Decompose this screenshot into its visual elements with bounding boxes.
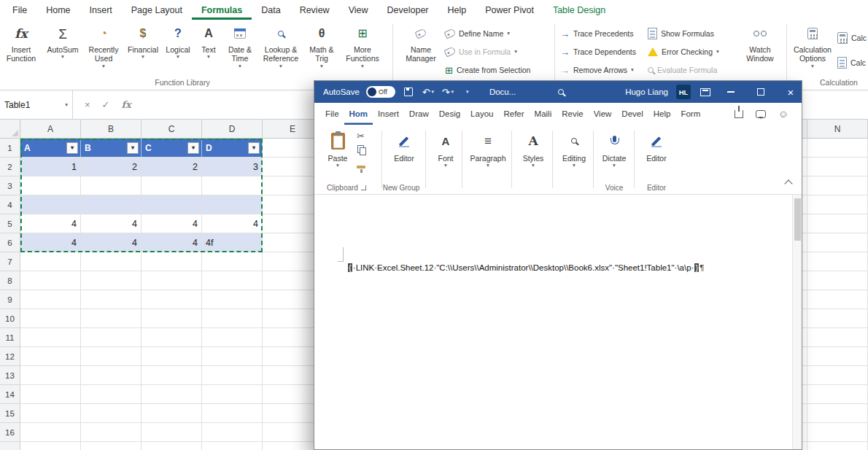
- row-header[interactable]: 14: [0, 385, 20, 404]
- word-menu-tab[interactable]: Hom: [344, 103, 373, 125]
- grid-cell[interactable]: [807, 366, 868, 385]
- comment-icon[interactable]: [756, 110, 766, 118]
- excel-menu-tab[interactable]: Developer: [378, 0, 438, 20]
- row-header[interactable]: 6: [0, 233, 20, 252]
- lookup-reference-button[interactable]: Lookup & Reference ▾: [258, 22, 303, 88]
- grid-cell[interactable]: [81, 385, 142, 404]
- column-header[interactable]: D: [202, 120, 263, 139]
- search-button[interactable]: [554, 81, 567, 103]
- avatar[interactable]: HL: [676, 85, 691, 99]
- grid-cell[interactable]: [202, 347, 263, 366]
- word-document-area[interactable]: {·LINK·Excel.Sheet.12·"C:\\Users\\Admini…: [314, 195, 802, 449]
- remove-arrows-button[interactable]: → Remove Arrows ▾: [560, 62, 634, 78]
- grid-cell[interactable]: [20, 271, 81, 290]
- grid-cell[interactable]: 4: [142, 214, 202, 233]
- grid-cell[interactable]: [807, 347, 868, 366]
- grid-cell[interactable]: [142, 176, 202, 195]
- grid-cell[interactable]: [142, 309, 202, 328]
- scrollbar-thumb[interactable]: [794, 198, 801, 241]
- grid-cell[interactable]: 1: [20, 158, 81, 176]
- grid-cell[interactable]: [807, 252, 868, 271]
- grid-cell[interactable]: [202, 252, 263, 271]
- row-header[interactable]: 15: [0, 404, 20, 423]
- row-header[interactable]: 3: [0, 176, 20, 195]
- grid-cell[interactable]: [20, 328, 81, 347]
- styles-group-button[interactable]: A Styles ▾: [517, 128, 549, 168]
- redo-button[interactable]: ↷ ▾: [441, 81, 454, 103]
- grid-cell[interactable]: [20, 366, 81, 385]
- grid-cell[interactable]: [142, 404, 202, 423]
- autosave-toggle[interactable]: Off: [366, 86, 395, 98]
- grid-cell[interactable]: [142, 290, 202, 309]
- grid-cell[interactable]: 4: [202, 214, 263, 233]
- grid-cell[interactable]: [81, 252, 142, 271]
- grid-cell[interactable]: [807, 309, 868, 328]
- grid-cell[interactable]: [807, 195, 868, 214]
- grid-cell[interactable]: [202, 442, 263, 450]
- grid-cell[interactable]: [81, 366, 142, 385]
- grid-cell[interactable]: [20, 176, 81, 195]
- calculate-sheet-button[interactable]: Calc: [837, 55, 866, 71]
- table-header-cell[interactable]: C▾: [142, 139, 202, 158]
- row-header[interactable]: 9: [0, 290, 20, 309]
- grid-cell[interactable]: [807, 423, 868, 442]
- row-header[interactable]: 12: [0, 347, 20, 366]
- excel-menu-tab[interactable]: Page Layout: [122, 0, 192, 20]
- minimize-button[interactable]: [720, 81, 742, 103]
- grid-cell[interactable]: 2: [142, 158, 202, 176]
- field-code-text[interactable]: {·LINK·Excel.Sheet.12·"C:\\Users\\Admini…: [347, 263, 704, 272]
- grid-cell[interactable]: [202, 385, 263, 404]
- row-header[interactable]: 1: [0, 139, 20, 158]
- grid-cell[interactable]: [807, 442, 868, 450]
- math-trig-button[interactable]: θ Math & Trig ▾: [305, 22, 338, 88]
- maximize-button[interactable]: [750, 81, 772, 103]
- select-all-corner[interactable]: [0, 120, 20, 139]
- cut-button[interactable]: ✂: [357, 131, 365, 141]
- column-header[interactable]: C: [142, 120, 202, 139]
- calculate-now-button[interactable]: Calc: [837, 30, 867, 46]
- undo-button[interactable]: ↶ ▾: [422, 81, 435, 103]
- excel-menu-tab[interactable]: Table Design: [543, 0, 615, 20]
- grid-cell[interactable]: [20, 309, 81, 328]
- grid-cell[interactable]: [807, 214, 868, 233]
- quick-access-menu-button[interactable]: ▾: [461, 81, 474, 103]
- grid-cell[interactable]: [142, 423, 202, 442]
- grid-cell[interactable]: 4: [81, 233, 142, 252]
- grid-cell[interactable]: [807, 290, 868, 309]
- ribbon-display-options-button[interactable]: [699, 81, 712, 103]
- column-header[interactable]: A: [20, 120, 81, 139]
- autosum-button[interactable]: Σ AutoSum ▾: [44, 22, 82, 88]
- grid-cell[interactable]: [807, 385, 868, 404]
- grid-cell[interactable]: [81, 328, 142, 347]
- word-menu-tab[interactable]: Form: [675, 103, 705, 125]
- word-menu-tab[interactable]: Draw: [404, 103, 434, 125]
- column-header[interactable]: N: [807, 120, 868, 139]
- grid-cell[interactable]: [202, 271, 263, 290]
- grid-cell[interactable]: [202, 404, 263, 423]
- grid-cell[interactable]: [20, 290, 81, 309]
- row-header[interactable]: 2: [0, 158, 20, 176]
- grid-cell[interactable]: 4: [20, 233, 81, 252]
- excel-menu-tab[interactable]: Data: [252, 0, 290, 20]
- close-button[interactable]: ×: [780, 81, 802, 103]
- grid-cell[interactable]: [807, 139, 868, 158]
- paste-button[interactable]: Paste ▾: [323, 128, 352, 168]
- collapse-ribbon-icon[interactable]: [784, 179, 792, 187]
- insert-function-icon[interactable]: fx: [122, 99, 131, 110]
- word-menu-tab[interactable]: Devel: [616, 103, 648, 125]
- grid-cell[interactable]: [142, 347, 202, 366]
- grid-cell[interactable]: 4: [20, 214, 81, 233]
- row-header[interactable]: 13: [0, 366, 20, 385]
- format-painter-button[interactable]: [357, 164, 365, 175]
- filter-button[interactable]: ▾: [248, 142, 260, 154]
- excel-menu-tab[interactable]: File: [3, 0, 36, 20]
- vertical-scrollbar[interactable]: [792, 195, 802, 449]
- grid-cell[interactable]: [81, 271, 142, 290]
- word-menu-tab[interactable]: View: [589, 103, 617, 125]
- word-menu-tab[interactable]: Revie: [557, 103, 588, 125]
- grid-cell[interactable]: 4f: [202, 233, 263, 252]
- grid-cell[interactable]: [81, 309, 142, 328]
- grid-cell[interactable]: [807, 404, 868, 423]
- table-header-cell[interactable]: A▾: [20, 139, 81, 158]
- grid-cell[interactable]: [20, 347, 81, 366]
